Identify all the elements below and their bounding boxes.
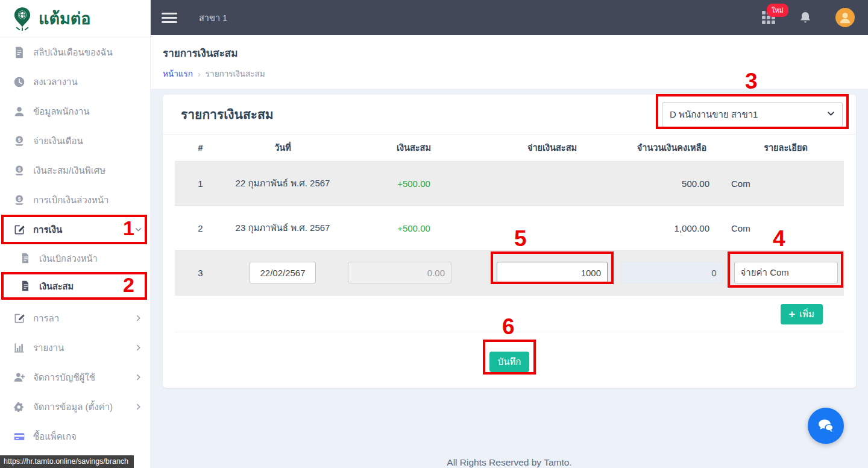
sidebar-item-finance[interactable]: การเงิน	[0, 215, 150, 244]
svg-text:$: $	[18, 166, 21, 172]
chat-button[interactable]	[808, 408, 844, 444]
person-icon	[13, 106, 25, 118]
sidebar-item-label: จัดการข้อมูล (ตั้งค่า)	[33, 400, 113, 414]
employee-select[interactable]: D พนักงานขาย สาขา1	[662, 102, 843, 127]
header-number: #	[175, 134, 226, 161]
cell-no: 2	[175, 206, 226, 250]
app-root: แต้มต่อ สลิปเงินเดือนของฉัน ลงเวลางาน ข้…	[0, 0, 868, 468]
add-button[interactable]: + เพิ่ม	[781, 304, 823, 324]
sidebar-item-label: ซื้อแพ็คเกจ	[33, 429, 77, 444]
header-detail: รายละเอียด	[728, 134, 844, 161]
page-header: รายการเงินสะสม หน้าแรก › รายการเงินสะสม	[151, 35, 868, 89]
save-button[interactable]: บันทึก	[489, 352, 530, 372]
sidebar-item-time-attendance[interactable]: ลงเวลางาน	[0, 67, 150, 96]
user-plus-icon	[13, 372, 25, 384]
sidebar-item-payroll[interactable]: $ จ่ายเงินเดือน	[0, 126, 150, 156]
sidebar-subitem-advance-money[interactable]: เงินเบิกล่วงหน้า	[0, 244, 150, 272]
deposit-input-disabled	[348, 262, 451, 283]
money-icon: $	[13, 135, 25, 147]
money-icon: $	[13, 165, 25, 177]
user-avatar[interactable]	[835, 8, 855, 27]
cell-date: 22 กุมภาพันธ์ พ.ศ. 2567	[226, 161, 339, 206]
breadcrumb-home-link[interactable]: หน้าแรก	[163, 67, 193, 80]
header-deposit: เงินสะสม	[339, 134, 488, 161]
branch-label: สาขา 1	[199, 11, 227, 25]
sidebar-subitem-savings[interactable]: เงินสะสม	[0, 272, 150, 300]
apps-grid-icon[interactable]: ใหม่	[762, 11, 775, 24]
chevron-down-icon	[827, 109, 835, 119]
sidebar-item-label: เงินสะสม/เงินพิเศษ	[33, 163, 105, 178]
file-icon	[19, 280, 31, 292]
add-row: + เพิ่ม	[163, 296, 856, 332]
save-button-label: บันทึก	[498, 355, 521, 369]
cell-detail: Com	[728, 206, 844, 250]
sidebar-item-buy-package[interactable]: ซื้อแพ็คเกจ	[0, 422, 150, 451]
sidebar-item-advance-withdrawal[interactable]: $ การเบิกเงินล่วงหน้า	[0, 185, 150, 215]
cell-withdraw	[488, 161, 616, 206]
save-row: บันทึก	[163, 332, 856, 388]
chevron-right-icon	[135, 344, 142, 351]
breadcrumb-current: รายการเงินสะสม	[206, 67, 265, 80]
bell-icon[interactable]	[798, 10, 813, 25]
main-area: สาขา 1 ใหม่ รายการเงินสะสม หน้าแรก › ราย…	[151, 0, 868, 468]
logo[interactable]: แต้มต่อ	[0, 0, 150, 37]
cell-date: 23 กุมภาพันธ์ พ.ศ. 2567	[226, 206, 339, 250]
sidebar-item-label: การเบิกเงินล่วงหน้า	[33, 193, 109, 207]
sidebar-item-my-payslip[interactable]: สลิปเงินเดือนของฉัน	[0, 37, 150, 67]
gears-icon	[13, 401, 25, 413]
detail-input[interactable]	[734, 262, 838, 283]
sidebar-item-reports[interactable]: รายงาน	[0, 333, 150, 362]
card-title: รายการเงินสะสม	[181, 104, 274, 124]
cell-withdraw	[488, 206, 616, 250]
credit-card-icon	[13, 431, 25, 443]
document-icon	[13, 46, 25, 58]
cell-detail: Com	[728, 161, 844, 206]
plus-icon: +	[789, 309, 796, 320]
balance-input-disabled	[621, 262, 723, 283]
sidebar-item-label: จัดการบัญชีผู้ใช้	[33, 370, 95, 385]
table-header-row: # วันที่ เงินสะสม จ่ายเงินสะสม จำนวนเงิน…	[175, 134, 844, 161]
table-new-entry-row: 3	[175, 250, 844, 295]
sidebar-item-label: ข้อมูลพนักงาน	[33, 104, 90, 119]
date-input[interactable]	[250, 262, 316, 283]
sidebar-item-data-settings[interactable]: จัดการข้อมูล (ตั้งค่า)	[0, 392, 150, 422]
sidebar-item-label: จ่ายเงินเดือน	[33, 134, 83, 148]
status-url-tooltip: https://hr.tamto.online/savings/branch	[0, 455, 134, 468]
sidebar-item-label: ลงเวลางาน	[33, 75, 78, 89]
sidebar-item-label: การลา	[33, 311, 59, 326]
money-icon: $	[13, 194, 25, 206]
chevron-down-icon	[135, 226, 142, 233]
edit-icon	[13, 312, 25, 324]
sidebar-item-label: เงินเบิกล่วงหน้า	[39, 251, 98, 265]
table-row: 2 23 กุมภาพันธ์ พ.ศ. 2567 +500.00 1,000.…	[175, 206, 844, 250]
cell-no: 1	[175, 161, 226, 206]
employee-select-value: D พนักงานขาย สาขา1	[670, 107, 758, 122]
logo-text: แต้มต่อ	[39, 5, 90, 31]
withdraw-amount-input[interactable]	[497, 262, 608, 283]
topbar: สาขา 1 ใหม่	[151, 0, 868, 35]
breadcrumb: หน้าแรก › รายการเงินสะสม	[163, 67, 868, 80]
new-badge: ใหม่	[767, 4, 788, 17]
cell-balance: 1,000.00	[616, 206, 728, 250]
hamburger-menu-icon[interactable]	[162, 10, 177, 25]
cell-deposit: +500.00	[339, 161, 488, 206]
sidebar-item-savings-special[interactable]: $ เงินสะสม/เงินพิเศษ	[0, 156, 150, 185]
edit-icon	[13, 224, 25, 236]
sidebar-item-leave[interactable]: การลา	[0, 303, 150, 333]
sidebar-item-label: รายงาน	[33, 341, 64, 355]
sidebar-item-label: สลิปเงินเดือนของฉัน	[33, 45, 113, 60]
card-header: รายการเงินสะสม D พนักงานขาย สาขา1	[163, 95, 856, 134]
sidebar-item-employee-info[interactable]: ข้อมูลพนักงาน	[0, 96, 150, 126]
chevron-right-icon	[135, 403, 142, 410]
header-withdraw: จ่ายเงินสะสม	[488, 134, 616, 161]
cell-no: 3	[175, 250, 226, 295]
content-area: รายการเงินสะสม D พนักงานขาย สาขา1 # วันท…	[151, 89, 868, 468]
sidebar-item-user-accounts[interactable]: จัดการบัญชีผู้ใช้	[0, 362, 150, 392]
finance-submenu: เงินเบิกล่วงหน้า เงินสะสม	[0, 244, 150, 300]
page-title: รายการเงินสะสม	[163, 45, 868, 61]
svg-text:$: $	[18, 136, 21, 142]
header-date: วันที่	[226, 134, 339, 161]
clock-icon	[13, 76, 25, 88]
chevron-right-icon	[135, 374, 142, 381]
header-balance: จำนวนเงินคงเหลือ	[616, 134, 728, 161]
